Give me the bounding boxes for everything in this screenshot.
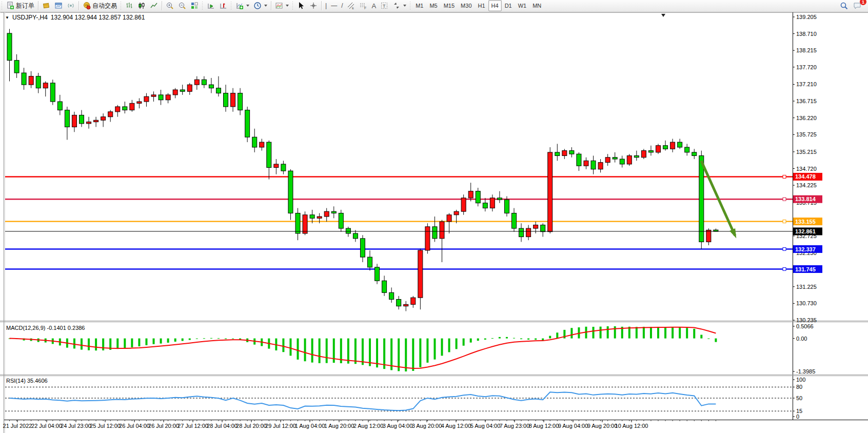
time-axis-label[interactable]: 5 Aug 04:00 [470, 423, 501, 429]
rsi-indicator-label: RSI(14) 35.4606 [6, 378, 48, 384]
timeframe-button-m1[interactable]: M1 [412, 0, 426, 11]
hline-handle[interactable] [783, 198, 786, 201]
time-axis-label[interactable]: 28 Jul 20:00 [236, 423, 267, 429]
time-axis-label[interactable]: 1 Aug 20:00 [324, 423, 354, 429]
time-axis-label[interactable]: 27 Jul 12:00 [177, 423, 208, 429]
periods-button[interactable] [251, 0, 269, 11]
timeframe-button-m5[interactable]: M5 [426, 0, 440, 11]
hline-handle[interactable] [783, 175, 786, 178]
time-axis-label[interactable]: 22 Jul 04:00 [31, 423, 62, 429]
candle-body [706, 230, 711, 242]
toolbar-grip[interactable] [1, 2, 3, 10]
collapse-marker-icon[interactable]: ▼ [5, 15, 9, 20]
notification-badge: 1 [860, 0, 866, 5]
chart-window[interactable]: 139.205138.710138.215137.720137.210136.7… [0, 12, 868, 433]
candle-body [7, 33, 12, 61]
timeframe-button-d1[interactable]: D1 [502, 0, 515, 11]
macd-histogram-bar [203, 338, 205, 339]
fibonacci-tool-button[interactable]: F [357, 0, 369, 11]
line-chart-button[interactable] [148, 0, 160, 11]
time-axis-label[interactable]: 4 Aug 12:00 [441, 423, 471, 429]
candle-body [418, 250, 423, 298]
candle-body [670, 142, 675, 149]
sell-arrow-annotation[interactable] [701, 161, 735, 235]
macd-histogram-bar [643, 327, 645, 339]
chart-symbol-period: USDJPY-,H4 [12, 14, 48, 21]
rsi-axis-label: 0 [796, 414, 799, 420]
candle-body [310, 215, 314, 219]
candle-body [692, 152, 697, 156]
auto-trading-button[interactable]: 自动交易 [81, 0, 119, 11]
signal-button[interactable] [65, 0, 77, 11]
timeframe-button-h4[interactable]: H4 [488, 0, 502, 11]
price-axis-label: 134.225 [796, 182, 817, 188]
macd-histogram-bar [535, 339, 537, 340]
chart-shift-marker-icon[interactable] [661, 14, 665, 17]
channel-tool-button[interactable]: E [345, 0, 357, 11]
macd-histogram-bar [304, 339, 306, 362]
auto-scroll-button[interactable] [205, 0, 217, 11]
market-depth-button[interactable] [40, 0, 52, 11]
macd-histogram-bar [542, 339, 544, 341]
hline-handle[interactable] [783, 220, 786, 223]
time-axis-label[interactable]: 24 Jul 23:00 [61, 423, 91, 429]
hline-handle[interactable] [783, 248, 786, 251]
time-axis-label[interactable]: 2 Aug 12:00 [353, 423, 384, 429]
bar-chart-button[interactable] [123, 0, 135, 11]
candle-body [411, 298, 416, 304]
new-order-button[interactable]: 新订单 [4, 0, 36, 11]
text-tool-button[interactable]: A [369, 0, 378, 11]
trendline-tool-button[interactable]: / [339, 0, 345, 11]
time-axis-label[interactable]: 8 Aug 12:00 [529, 423, 559, 429]
time-axis-label[interactable]: 26 Jul 20:00 [148, 423, 179, 429]
vline-icon: | [325, 3, 327, 9]
zoom-out-button[interactable] [176, 0, 188, 11]
macd-histogram-bar [441, 339, 443, 356]
macd-histogram-bar [527, 339, 529, 340]
vline-tool-button[interactable]: | [323, 0, 329, 11]
zoom-in-button[interactable] [164, 0, 176, 11]
chart-canvas[interactable]: 139.205138.710138.215137.720137.210136.7… [0, 12, 868, 433]
time-axis-label[interactable]: 9 Aug 20:00 [587, 423, 618, 429]
time-axis-label[interactable]: 10 Aug 12:00 [615, 423, 648, 429]
hline-tool-button[interactable]: — [329, 0, 339, 11]
time-axis-label[interactable]: 3 Aug 20:00 [412, 423, 442, 429]
new-chart-button[interactable] [52, 0, 65, 11]
cursor-tool-button[interactable] [295, 0, 307, 11]
macd-histogram-bar [570, 328, 573, 338]
label-icon: T [380, 2, 388, 10]
time-axis-label[interactable]: 3 Aug 04:00 [383, 423, 413, 429]
time-axis-label[interactable]: 26 Jul 04:00 [119, 423, 150, 429]
arrows-tool-button[interactable] [390, 0, 408, 11]
candle-body [555, 152, 560, 156]
crosshair-tool-button[interactable] [307, 0, 320, 11]
time-axis-label[interactable]: 28 Jul 04:00 [207, 423, 238, 429]
indicators-button[interactable] [233, 0, 251, 11]
candle-body [526, 228, 531, 237]
candle-body [14, 61, 19, 73]
sell-arrowhead[interactable] [729, 228, 736, 238]
time-axis-label[interactable]: 29 Jul 12:00 [265, 423, 296, 429]
timeframe-button-h1[interactable]: H1 [475, 0, 488, 11]
time-axis-label[interactable]: 9 Aug 04:00 [558, 423, 588, 429]
timeframe-button-w1[interactable]: W1 [515, 0, 530, 11]
timeframe-button-mn[interactable]: MN [529, 0, 544, 11]
time-axis-label[interactable]: 25 Jul 12:00 [90, 423, 121, 429]
macd-histogram-bar [679, 327, 681, 339]
timeframe-button-m30[interactable]: M30 [458, 0, 475, 11]
hline-handle[interactable] [783, 268, 786, 271]
macd-histogram-bar [556, 332, 558, 338]
timeframe-button-m15[interactable]: M15 [441, 0, 458, 11]
label-tool-button[interactable]: T [378, 0, 390, 11]
time-axis-label[interactable]: 1 Aug 04:00 [295, 423, 325, 429]
search-button[interactable] [838, 0, 851, 11]
candle-chart-button[interactable] [135, 0, 148, 11]
candle-body [173, 90, 177, 95]
templates-button[interactable] [273, 0, 291, 11]
notifications-button[interactable]: 1 [851, 0, 864, 11]
time-axis-label[interactable]: 7 Aug 23:00 [500, 423, 530, 429]
tile-windows-button[interactable] [188, 0, 201, 11]
candle-body [288, 171, 293, 213]
time-axis-label[interactable]: 21 Jul 2022 [3, 423, 32, 429]
chart-shift-button[interactable] [217, 0, 229, 11]
